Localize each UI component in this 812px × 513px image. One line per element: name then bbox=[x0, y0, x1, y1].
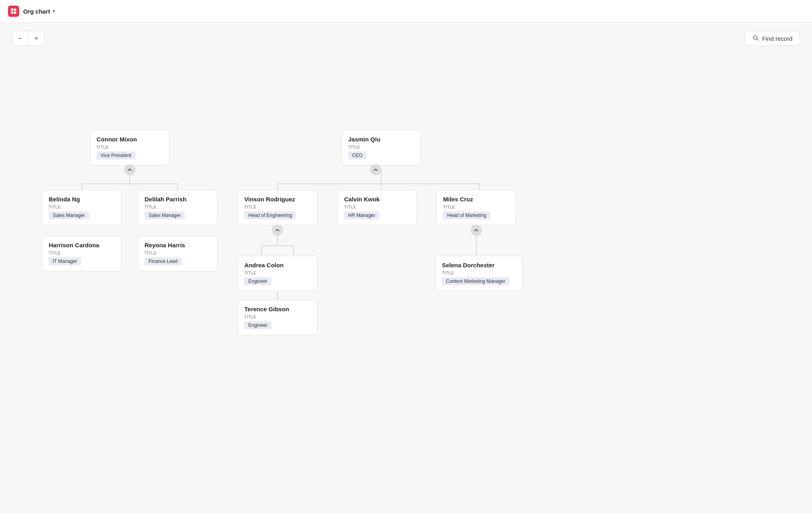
node-title-label-belinda: TITLE bbox=[49, 205, 115, 209]
toolbar: − + Find record bbox=[12, 31, 800, 46]
node-name-vinson: Vinson Rodriguez bbox=[244, 196, 311, 203]
node-title-label-andrea: TITLE bbox=[244, 271, 311, 275]
node-name-reyona: Reyona Harris bbox=[145, 242, 211, 249]
svg-rect-0 bbox=[11, 8, 13, 11]
search-icon bbox=[753, 35, 759, 42]
collapse-connor-button[interactable] bbox=[124, 164, 135, 175]
app-header: Org chart ▾ bbox=[0, 0, 812, 23]
node-card-delilah[interactable]: Delilah Parrish TITLE Sales Manager bbox=[138, 190, 218, 225]
node-title-label-calvin: TITLE bbox=[344, 205, 410, 209]
org-chart: Connor Mixon TITLE Vice President Jasmin… bbox=[12, 58, 800, 338]
find-record-button[interactable]: Find record bbox=[745, 31, 800, 46]
node-title-label-reyona: TITLE bbox=[145, 251, 211, 255]
node-name-miles: Miles Cruz bbox=[443, 196, 509, 203]
node-card-miles[interactable]: Miles Cruz TITLE Head of Marketing bbox=[436, 190, 516, 225]
node-title-badge-andrea: Engineer bbox=[244, 277, 271, 285]
node-name-connor: Connor Mixon bbox=[97, 136, 163, 143]
node-title-label-terence: TITLE bbox=[244, 315, 311, 319]
node-title-badge-belinda: Sales Manager bbox=[49, 211, 89, 219]
main-canvas: − + Find record bbox=[0, 23, 812, 513]
node-name-delilah: Delilah Parrish bbox=[145, 196, 211, 203]
svg-point-4 bbox=[753, 36, 757, 39]
node-title-label-harrison: TITLE bbox=[49, 251, 115, 255]
node-name-selena: Selena Dorchester bbox=[442, 262, 516, 268]
node-card-connor[interactable]: Connor Mixon TITLE Vice President bbox=[90, 130, 170, 165]
find-record-label: Find record bbox=[762, 35, 792, 42]
node-title-badge-reyona: Finance Lead bbox=[145, 257, 182, 265]
zoom-controls: − + bbox=[12, 31, 45, 46]
node-title-badge-delilah: Sales Manager bbox=[145, 211, 185, 219]
title-dropdown-icon: ▾ bbox=[53, 9, 55, 14]
node-name-andrea: Andrea Colon bbox=[244, 262, 311, 268]
node-title-label-jasmin: TITLE bbox=[348, 145, 414, 149]
node-title-label-selena: TITLE bbox=[442, 271, 516, 275]
node-name-calvin: Calvin Kwok bbox=[344, 196, 410, 203]
node-title-badge-miles: Head of Marketing bbox=[443, 211, 490, 219]
node-name-harrison: Harrison Cardona bbox=[49, 242, 115, 249]
node-card-belinda[interactable]: Belinda Ng TITLE Sales Manager bbox=[42, 190, 122, 225]
node-title-badge-jasmin: CEO bbox=[348, 151, 366, 159]
app-logo bbox=[8, 6, 19, 17]
svg-rect-3 bbox=[14, 12, 16, 14]
node-card-andrea[interactable]: Andrea Colon TITLE Engineer bbox=[238, 256, 317, 291]
node-card-vinson[interactable]: Vinson Rodriguez TITLE Head of Engineeri… bbox=[238, 190, 317, 225]
app-title: Org chart bbox=[23, 8, 50, 15]
node-card-terence[interactable]: Terence Gibson TITLE Engineer bbox=[238, 300, 317, 335]
zoom-out-button[interactable]: − bbox=[12, 31, 28, 46]
node-name-jasmin: Jasmin Qiu bbox=[348, 136, 414, 143]
node-title-badge-connor: Vice President bbox=[97, 151, 135, 159]
node-title-badge-terence: Engineer bbox=[244, 321, 271, 329]
node-name-terence: Terence Gibson bbox=[244, 306, 311, 312]
node-title-badge-selena: Content Marketing Manager bbox=[442, 277, 509, 285]
collapse-vinson-button[interactable] bbox=[272, 225, 283, 236]
app-title-row[interactable]: Org chart ▾ bbox=[23, 8, 55, 15]
collapse-miles-button[interactable] bbox=[471, 225, 482, 236]
node-title-badge-calvin: HR Manager bbox=[344, 211, 379, 219]
node-name-belinda: Belinda Ng bbox=[49, 196, 115, 203]
node-card-calvin[interactable]: Calvin Kwok TITLE HR Manager bbox=[337, 190, 417, 225]
node-title-label-delilah: TITLE bbox=[145, 205, 211, 209]
node-title-label-connor: TITLE bbox=[97, 145, 163, 149]
collapse-jasmin-button[interactable] bbox=[370, 164, 381, 175]
node-card-harrison[interactable]: Harrison Cardona TITLE IT Manager bbox=[42, 236, 122, 271]
svg-rect-2 bbox=[11, 12, 13, 14]
node-title-badge-harrison: IT Manager bbox=[49, 257, 81, 265]
node-card-jasmin[interactable]: Jasmin Qiu TITLE CEO bbox=[341, 130, 421, 165]
svg-rect-1 bbox=[14, 8, 16, 11]
node-title-badge-vinson: Head of Engineering bbox=[244, 211, 296, 219]
node-title-label-vinson: TITLE bbox=[244, 205, 311, 209]
svg-line-5 bbox=[757, 39, 759, 40]
node-card-reyona[interactable]: Reyona Harris TITLE Finance Lead bbox=[138, 236, 218, 271]
node-card-selena[interactable]: Selena Dorchester TITLE Content Marketin… bbox=[435, 256, 523, 291]
node-title-label-miles: TITLE bbox=[443, 205, 509, 209]
zoom-in-button[interactable]: + bbox=[28, 31, 44, 46]
